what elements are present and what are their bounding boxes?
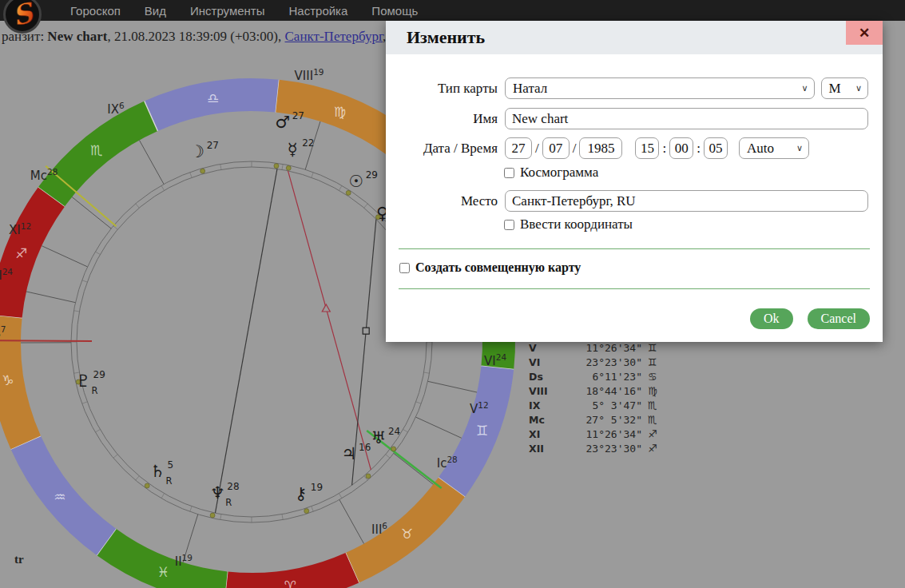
planet-degree-mars: 27: [292, 110, 304, 121]
zodiac-sign-icon: ♋: [642, 370, 660, 384]
house-cusp-line-V: [415, 417, 461, 438]
zodiac-glyph-aries: ♈: [284, 578, 296, 588]
chart-type-label: Тип карты: [386, 81, 505, 97]
planet-glyph-saturn: ♄: [150, 462, 165, 481]
nav-item-view[interactable]: Вид: [145, 4, 166, 18]
square-aspect-icon: [363, 328, 369, 334]
ok-button[interactable]: Ok: [750, 308, 793, 329]
city-link[interactable]: Санкт-Петербург: [285, 29, 383, 44]
house-row-Mc: Mc27° 5'32"♏: [529, 413, 660, 427]
planet-degree-sun: 29: [366, 169, 378, 181]
planet-dot-chiron: [304, 509, 309, 514]
cosmogram-checkbox[interactable]: [504, 168, 514, 178]
minute-input[interactable]: [669, 137, 693, 159]
planet-dot-sun: [346, 190, 351, 195]
zodiac-glyph-virgo: ♍: [334, 104, 346, 120]
planet-dot-saturn: [145, 483, 149, 488]
house-position: 5° 3'47": [559, 399, 642, 413]
retrograde-mark-neptune: R: [225, 497, 232, 508]
gender-select[interactable]: M ∨: [821, 77, 869, 99]
house-row-XI: XI11°26'34"♐: [529, 427, 660, 442]
divider: [399, 288, 870, 289]
cancel-button[interactable]: Cancel: [808, 308, 870, 329]
nav-item-tools[interactable]: Инструменты: [190, 4, 265, 18]
datetime-row: Дата / Время / / : : Auto ∨: [386, 137, 868, 159]
retrograde-mark-pluto: R: [92, 385, 98, 396]
house-row-IX: IX5° 3'47"♏: [529, 399, 660, 413]
zodiac-sign-icon: ♏: [642, 399, 660, 413]
house-label: VI: [529, 356, 559, 370]
chart-type-select[interactable]: Натал ∨: [505, 77, 815, 99]
month-input[interactable]: [542, 137, 570, 159]
house-position: 11°26'34": [559, 427, 642, 442]
timezone-select[interactable]: Auto ∨: [739, 137, 809, 159]
zodiac-glyph-pisces: ♓: [157, 564, 169, 580]
house-position: 18°44'16": [559, 384, 642, 399]
nav-item-horoscope[interactable]: Гороскоп: [70, 4, 121, 18]
nav-item-help[interactable]: Помощь: [371, 4, 418, 18]
planet-degree-mercury: 22: [302, 137, 314, 149]
coords-checkbox[interactable]: [504, 220, 514, 230]
close-icon[interactable]: ✕: [846, 21, 883, 45]
zodiac-glyph-taurus: ♉: [401, 526, 413, 542]
house-cusp-line-VI: [428, 381, 477, 392]
nav-item-settings[interactable]: Настройка: [289, 4, 348, 18]
planet-dot-moon: [200, 169, 205, 173]
hour-input[interactable]: [635, 137, 659, 159]
planet-glyph-uranus: ♅: [371, 428, 387, 447]
planet-dot-mercury: [286, 165, 291, 170]
dialog-title: Изменить: [386, 21, 883, 54]
house-cusp-table: V11°26'34"♊VI23°23'30"♊Ds6°11'23"♋VIII18…: [529, 341, 660, 456]
place-label: Место: [386, 193, 505, 209]
house-label: Mc: [529, 413, 559, 427]
dialog-footer: Ok Cancel: [750, 308, 870, 329]
name-label: Имя: [386, 111, 505, 127]
name-input[interactable]: [505, 108, 868, 129]
house-cusp-line-XI: [42, 246, 87, 267]
house-label-VIII: VIII19: [295, 67, 324, 83]
planet-glyph-moon: ☽: [189, 142, 204, 161]
planet-degree-saturn: 5: [167, 459, 173, 471]
chevron-down-icon: ∨: [801, 83, 808, 93]
planet-glyph-chiron: ⚷: [295, 484, 307, 503]
chart-info-line: ранзит: New chart, 21.08.2023 18:39:09 (…: [2, 29, 422, 45]
planet-degree-uranus: 24: [388, 426, 400, 437]
second-input[interactable]: [704, 137, 728, 159]
zodiac-sign-icon: ♏: [642, 413, 660, 427]
zodiac-sign-icon: ♐: [642, 427, 660, 442]
planet-degree-chiron: 19: [311, 482, 323, 493]
zodiac-sign-icon: ♍: [642, 384, 660, 399]
house-cusp-line-Mc: [72, 197, 111, 229]
trine-aspect-icon: [322, 304, 330, 312]
edit-dialog: Изменить ✕ Тип карты Натал ∨ M ∨ Имя Дат…: [386, 21, 883, 342]
year-input[interactable]: [579, 137, 622, 159]
house-position: 27° 5'32": [559, 413, 642, 427]
zodiac-sign-icon: ♐: [642, 442, 660, 456]
corner-label: tr: [14, 553, 24, 566]
axis-line-s: [0, 340, 92, 341]
combined-label: Создать совмещенную карту: [415, 260, 581, 275]
zodiac-sign-icon: ♊: [642, 341, 660, 356]
combined-checkbox[interactable]: [399, 263, 410, 273]
divider: [399, 248, 870, 249]
house-row-VIII: VIII18°44'16"♍: [529, 384, 660, 399]
chart-name: New chart: [47, 29, 107, 44]
planet-degree-neptune: 28: [227, 481, 239, 492]
house-row-V: V11°26'34"♊: [529, 341, 660, 356]
logo-icon: S: [2, 0, 43, 37]
place-row: Место: [386, 190, 868, 212]
planet-degree-jupiter: 16: [359, 442, 371, 453]
planet-dot-uranus: [391, 447, 396, 451]
planet-glyph-sun: ☉: [348, 172, 363, 191]
planet-degree-pluto: 29: [93, 369, 105, 380]
app-logo[interactable]: S: [2, 0, 43, 40]
cosmogram-label: Космограмма: [520, 165, 598, 181]
house-cusp-line-Ic: [394, 453, 434, 484]
house-label: V: [529, 341, 559, 356]
day-input[interactable]: [505, 137, 532, 159]
planet-dot-neptune: [210, 513, 215, 518]
place-input[interactable]: [505, 190, 868, 212]
coords-label: Ввести координаты: [520, 217, 633, 232]
zodiac-glyph-scorpio: ♏: [90, 142, 102, 158]
house-cusp-line-IX: [139, 140, 164, 184]
